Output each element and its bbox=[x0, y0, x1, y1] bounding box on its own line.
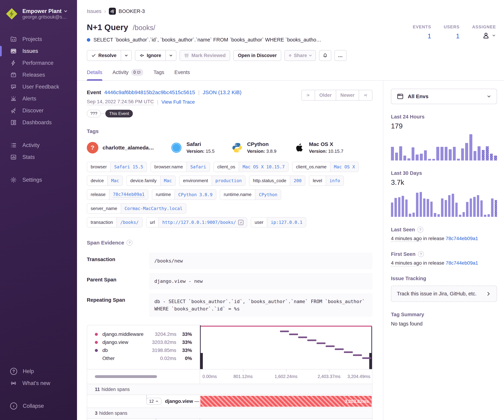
context-card-cpython[interactable]: CPythonVersion: 3.8.9 bbox=[231, 141, 276, 154]
more-actions-button[interactable]: … bbox=[334, 50, 347, 61]
events-count[interactable]: 1 bbox=[427, 33, 431, 40]
event-pagination: Older Newer bbox=[301, 90, 372, 101]
collapse-spans-button[interactable]: 12 bbox=[146, 398, 162, 405]
check-icon bbox=[91, 53, 96, 58]
chart-bar bbox=[461, 148, 464, 161]
tag-pill-server-name[interactable]: server_nameCormac-MacCarthy.local bbox=[87, 203, 186, 214]
help-question-icon[interactable]: ? bbox=[418, 251, 424, 257]
track-issue-button[interactable]: Track this issue in Jira, GitHub, etc. bbox=[391, 286, 497, 302]
chart-bar bbox=[466, 202, 468, 217]
breadcrumb-separator-icon: › bbox=[104, 8, 106, 14]
tag-pill-browser[interactable]: browserSafari 15.5 bbox=[87, 162, 147, 172]
chevron-up-icon bbox=[155, 400, 159, 403]
tag-pill-release[interactable]: release78c744eb09a1 bbox=[87, 189, 148, 200]
users-count[interactable]: 1 bbox=[456, 33, 460, 40]
help-question-icon[interactable]: ? bbox=[126, 240, 132, 246]
org-switcher[interactable]: Empower Plant george.gritsouk@s… bbox=[0, 0, 77, 20]
resolve-dropdown-button[interactable] bbox=[121, 50, 132, 60]
oldest-event-button[interactable] bbox=[302, 90, 315, 100]
sidebar-item-collapse[interactable]: ‹Collapse bbox=[0, 400, 77, 412]
minimap-right-handle[interactable] bbox=[369, 353, 372, 369]
tag-pill-client-os[interactable]: client_osMac OS X 10.15.7 bbox=[214, 162, 288, 172]
tag-pill-url[interactable]: urlhttp://127.0.0.1:9007/books/↗ bbox=[146, 217, 247, 228]
sidebar-item-help[interactable]: ?Help bbox=[0, 365, 77, 377]
scrollbar-thumb[interactable] bbox=[95, 375, 157, 378]
context-card-safari[interactable]: SafariVersion: 15.5 bbox=[171, 141, 214, 154]
tag-pill-browser-name[interactable]: browser.nameSafari bbox=[150, 162, 210, 172]
sidebar-item-performance[interactable]: Performance bbox=[0, 57, 77, 69]
tag-pill-environment[interactable]: environmentproduction bbox=[179, 175, 246, 186]
open-in-discover-button[interactable]: Open in Discover bbox=[233, 50, 281, 61]
older-event-button[interactable]: Older bbox=[315, 90, 336, 100]
sidebar-item-user-feedback[interactable]: User Feedback bbox=[0, 81, 77, 93]
skip-first-icon bbox=[306, 93, 311, 97]
help-question-icon[interactable]: ? bbox=[417, 227, 423, 233]
subscribe-button[interactable] bbox=[319, 50, 331, 61]
span-evidence-title: Span Evidence ? bbox=[87, 240, 372, 246]
last-seen-release-link[interactable]: 78c744eb09a1 bbox=[446, 236, 478, 241]
external-link-icon[interactable]: ↗ bbox=[238, 220, 243, 225]
span-minimap[interactable] bbox=[200, 325, 372, 369]
sidebar-item-label: What's new bbox=[22, 380, 50, 386]
view-full-trace-link[interactable]: View Full Trace bbox=[161, 99, 195, 105]
this-event-pill: This Event bbox=[105, 110, 133, 117]
latest-event-button[interactable] bbox=[359, 90, 372, 100]
tag-pill-device[interactable]: deviceMac bbox=[87, 175, 123, 186]
hidden-spans-row[interactable]: 11hidden spans bbox=[87, 384, 372, 395]
trace-unknown-pill[interactable]: ??? bbox=[87, 110, 101, 117]
sidebar-item-releases[interactable]: Releases bbox=[0, 69, 77, 81]
newer-event-button[interactable]: Newer bbox=[336, 90, 359, 100]
ignore-dropdown-button[interactable] bbox=[165, 50, 176, 60]
breadcrumb-issues[interactable]: Issues bbox=[87, 8, 102, 14]
sidebar-item-discover[interactable]: Discover bbox=[0, 105, 77, 117]
sidebar-item-projects[interactable]: Projects bbox=[0, 33, 77, 45]
event-id-link[interactable]: 4446c9af6bb94815b2ac9bc4515c5615 bbox=[104, 90, 195, 95]
sidebar-item-settings[interactable]: Settings bbox=[0, 174, 77, 186]
chart-bar bbox=[480, 200, 483, 217]
tag-key: user bbox=[251, 217, 267, 227]
sidebar-item-stats[interactable]: Stats bbox=[0, 151, 77, 163]
sidebar-item-what-s-new[interactable]: What's new bbox=[0, 377, 77, 389]
tag-pill-device-family[interactable]: device.familyMac bbox=[126, 175, 175, 186]
chart-bar bbox=[495, 200, 497, 217]
sidebar-item-dashboards[interactable]: Dashboards bbox=[0, 117, 77, 128]
parent-span-row[interactable]: 12 django.view — new 3,203.82ms bbox=[87, 395, 372, 408]
time-axis: 0.00ms801.12ms1,602.24ms2,403.37ms3,204.… bbox=[200, 369, 372, 384]
share-button[interactable]: Share bbox=[284, 50, 316, 61]
issues-icon bbox=[10, 48, 17, 54]
tag-pill-runtime-name[interactable]: runtime.nameCPython bbox=[220, 189, 281, 200]
sidebar: Empower Plant george.gritsouk@s… Project… bbox=[0, 0, 77, 420]
legend-name: Other bbox=[102, 356, 143, 361]
tag-value: 200 bbox=[290, 176, 305, 186]
archive-icon bbox=[184, 53, 189, 58]
hidden-spans-row[interactable]: 3hidden spans bbox=[87, 408, 372, 418]
environment-select[interactable]: All Envs bbox=[391, 89, 497, 104]
chart-bar bbox=[428, 159, 431, 161]
minimap-left-handle[interactable] bbox=[200, 353, 203, 369]
chart-bar bbox=[452, 194, 454, 217]
collapse-icon: ‹ bbox=[10, 402, 17, 409]
tag-pill-transaction[interactable]: transaction/books/ bbox=[87, 217, 143, 228]
tag-pill-http-status-code[interactable]: http.status_code200 bbox=[249, 175, 305, 186]
tag-pill-runtime[interactable]: runtimeCPython 3.8.9 bbox=[152, 189, 216, 200]
chart-bar bbox=[449, 149, 452, 161]
resolve-button[interactable]: Resolve bbox=[87, 50, 121, 60]
assignee-selector[interactable] bbox=[472, 31, 496, 40]
sidebar-item-activity[interactable]: Activity bbox=[0, 139, 77, 151]
sidebar-item-issues[interactable]: Issues bbox=[0, 45, 77, 57]
tab-tags[interactable]: Tags bbox=[153, 69, 164, 80]
span-row[interactable]: Regroup — db — SELECT `boo169.03ms bbox=[87, 418, 372, 420]
tab-events[interactable]: Events bbox=[174, 69, 190, 80]
tag-pill-client-os-name[interactable]: client_os.nameMac OS X bbox=[292, 162, 359, 172]
sidebar-item-alerts[interactable]: Alerts bbox=[0, 93, 77, 105]
mark-reviewed-button[interactable]: Mark Reviewed bbox=[180, 50, 230, 61]
tag-pill-user[interactable]: userip:127.0.0.1 bbox=[251, 217, 306, 228]
ignore-button[interactable]: Ignore bbox=[135, 50, 166, 60]
tag-pill-level[interactable]: levelinfo bbox=[309, 175, 344, 186]
context-card-mac-os-x[interactable]: Mac OS XVersion: 10.15.7 bbox=[293, 141, 343, 154]
first-seen-release-link[interactable]: 78c744eb09a1 bbox=[446, 260, 478, 266]
context-card-charlotte-alameda-[interactable]: ?charlotte_alameda… bbox=[87, 141, 154, 154]
tab-details[interactable]: Details bbox=[87, 69, 102, 80]
tab-activity[interactable]: Activity0 bbox=[113, 69, 144, 80]
event-json-link[interactable]: JSON (13.2 KiB) bbox=[203, 90, 241, 95]
